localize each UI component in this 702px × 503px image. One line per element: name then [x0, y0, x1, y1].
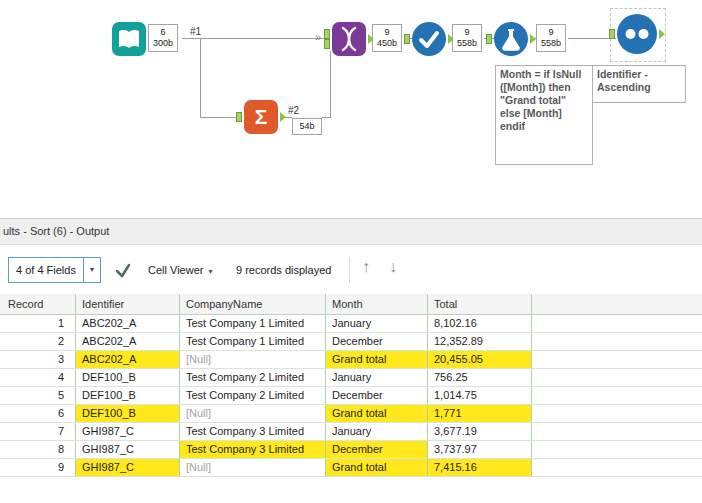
cell-month[interactable]: Grand total [326, 351, 428, 368]
record-number[interactable]: 3 [0, 351, 76, 368]
header-month[interactable]: Month [326, 294, 428, 314]
formula-tool[interactable] [494, 22, 528, 56]
cell-total[interactable]: 3,737.97 [428, 441, 532, 458]
cell-identifier[interactable]: ABC202_A [76, 351, 180, 368]
input-anchor[interactable] [404, 34, 410, 44]
record-number[interactable]: 4 [0, 369, 76, 386]
sort-dots-icon [617, 14, 657, 54]
output-anchor[interactable] [659, 29, 665, 39]
cell-viewer-label: Cell Viewer [148, 264, 203, 276]
cell-total[interactable]: 1,014.75 [428, 387, 532, 404]
fields-dropdown-label: 4 of 4 Fields [9, 258, 83, 282]
cell-month[interactable]: Grand total [326, 405, 428, 422]
record-number[interactable]: 2 [0, 333, 76, 350]
header-record[interactable]: Record [0, 294, 76, 314]
record-number[interactable]: 5 [0, 387, 76, 404]
sort-tool[interactable] [617, 14, 657, 54]
cell-month[interactable]: December [326, 333, 428, 350]
cell-identifier[interactable]: DEF100_B [76, 405, 180, 422]
input-anchor[interactable] [236, 112, 242, 122]
record-number[interactable]: 6 [0, 405, 76, 422]
workflow-canvas[interactable]: » #1 #2 6 300b Σ 54b [0, 0, 702, 218]
connection-label-1: #1 [190, 26, 201, 37]
output-anchor[interactable] [280, 112, 286, 122]
table-row: 8 GHI987_C Test Company 3 Limited Decemb… [0, 441, 702, 459]
record-count: 9 [457, 27, 477, 38]
record-count-annotation: 6 300b [148, 24, 178, 52]
cell-total[interactable]: 1,771 [428, 405, 532, 422]
cell-filler [532, 351, 702, 368]
cell-identifier[interactable]: GHI987_C [76, 423, 180, 440]
cell-identifier[interactable]: DEF100_B [76, 387, 180, 404]
record-number[interactable]: 1 [0, 315, 76, 332]
book-icon [112, 22, 146, 56]
scroll-down-button[interactable]: ↓ [389, 258, 397, 276]
unique-tool[interactable] [412, 22, 446, 56]
cell-identifier[interactable]: GHI987_C [76, 441, 180, 458]
cell-month[interactable]: Grand total [326, 459, 428, 476]
input-anchor-left[interactable] [324, 29, 330, 39]
results-panel-title: ults - Sort (6) - Output [0, 219, 702, 245]
cell-month[interactable]: January [326, 315, 428, 332]
connection-arrow-icon: » [315, 31, 319, 43]
cell-company[interactable]: Test Company 2 Limited [180, 387, 326, 404]
input-anchor[interactable] [609, 29, 615, 39]
cell-company[interactable]: Test Company 3 Limited [180, 423, 326, 440]
record-count-annotation: 9 558b [536, 24, 566, 52]
cell-month[interactable]: December [326, 387, 428, 404]
chevron-down-icon[interactable]: ▾ [83, 258, 100, 282]
input-anchor-right[interactable] [324, 39, 330, 49]
cell-total[interactable]: 756.25 [428, 369, 532, 386]
cell-company[interactable]: Test Company 1 Limited [180, 333, 326, 350]
table-row: 2 ABC202_A Test Company 1 Limited Decemb… [0, 333, 702, 351]
record-count: 9 [377, 27, 397, 38]
cell-total[interactable]: 20,455.05 [428, 351, 532, 368]
cell-filler [532, 441, 702, 458]
sigma-icon: Σ [244, 100, 278, 134]
cell-filler [532, 387, 702, 404]
data-size: 558b [457, 38, 477, 49]
summarize-tool[interactable]: Σ [244, 100, 278, 134]
header-identifier[interactable]: Identifier [76, 294, 180, 314]
connection-label-2: #2 [288, 105, 299, 116]
scroll-up-button[interactable]: ↑ [362, 258, 370, 276]
record-number[interactable]: 8 [0, 441, 76, 458]
cell-identifier[interactable]: GHI987_C [76, 459, 180, 476]
fields-dropdown[interactable]: 4 of 4 Fields ▾ [8, 257, 101, 283]
input-anchor[interactable] [486, 34, 492, 44]
cell-company[interactable]: [Null] [180, 351, 326, 368]
cell-company[interactable]: [Null] [180, 459, 326, 476]
cell-company[interactable]: Test Company 3 Limited [180, 441, 326, 458]
cell-total[interactable]: 8,102.16 [428, 315, 532, 332]
input-data-tool[interactable] [112, 22, 146, 56]
record-number[interactable]: 7 [0, 423, 76, 440]
cell-company[interactable]: Test Company 2 Limited [180, 369, 326, 386]
cell-month[interactable]: December [326, 441, 428, 458]
record-count-annotation: 54b [292, 118, 322, 135]
cell-viewer-dropdown[interactable]: Cell Viewer▾ [148, 264, 212, 276]
sort-annotation[interactable]: Identifier - Ascending [592, 65, 686, 103]
results-toolbar: 4 of 4 Fields ▾ Cell Viewer▾ 9 records d… [0, 245, 702, 295]
cell-total[interactable]: 3,677.19 [428, 423, 532, 440]
table-row: 6 DEF100_B [Null] Grand total 1,771 [0, 405, 702, 423]
cell-company[interactable]: [Null] [180, 405, 326, 422]
formula-annotation[interactable]: Month = if IsNull ([Month]) then "Grand … [495, 65, 593, 165]
header-companyname[interactable]: CompanyName [180, 294, 326, 314]
connection-wire [182, 38, 326, 39]
cell-identifier[interactable]: DEF100_B [76, 369, 180, 386]
join-tool[interactable] [332, 22, 366, 56]
cell-filler [532, 315, 702, 332]
cell-identifier[interactable]: ABC202_A [76, 333, 180, 350]
record-count: 6 [153, 27, 173, 38]
apply-check-icon[interactable] [114, 261, 132, 279]
record-number[interactable]: 9 [0, 459, 76, 476]
cell-total[interactable]: 12,352.89 [428, 333, 532, 350]
records-displayed-text: 9 records displayed [236, 264, 331, 276]
cell-total[interactable]: 7,415.16 [428, 459, 532, 476]
cell-identifier[interactable]: ABC202_A [76, 315, 180, 332]
table-row: 7 GHI987_C Test Company 3 Limited Januar… [0, 423, 702, 441]
cell-month[interactable]: January [326, 423, 428, 440]
cell-month[interactable]: January [326, 369, 428, 386]
header-total[interactable]: Total [428, 294, 532, 314]
cell-company[interactable]: Test Company 1 Limited [180, 315, 326, 332]
